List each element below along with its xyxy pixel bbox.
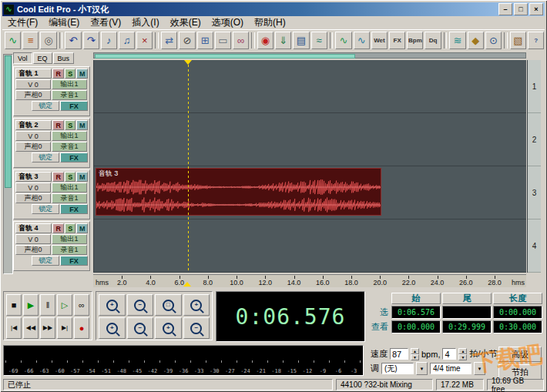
key-dropdown-arrow-icon[interactable]: ▼ bbox=[416, 362, 428, 375]
beats-down-button[interactable]: ▼ bbox=[458, 354, 467, 360]
help-button[interactable]: ? bbox=[528, 32, 544, 49]
play-to-end-button[interactable]: ▷ bbox=[57, 294, 72, 316]
stop-button[interactable]: ■ bbox=[6, 294, 22, 316]
scripts-button[interactable]: ≋ bbox=[449, 32, 465, 49]
undo-button[interactable]: ↶ bbox=[65, 32, 81, 49]
record-arm-button[interactable]: R bbox=[52, 223, 64, 233]
go-to-end-button[interactable]: ▶| bbox=[57, 317, 72, 339]
menu-item-3[interactable]: 查看(V) bbox=[85, 15, 126, 30]
split-block-button[interactable]: ⊘ bbox=[179, 32, 195, 49]
track-lane-3[interactable]: 音轨 3 bbox=[94, 166, 526, 219]
zoom-in-vertical-button[interactable]: + bbox=[183, 294, 210, 316]
track-record-device-button[interactable]: 录音1 bbox=[52, 90, 87, 100]
track-pan-button[interactable]: 声相0 bbox=[15, 142, 51, 152]
delete-block-button[interactable]: × bbox=[136, 32, 153, 49]
level-meter[interactable]: -69-66-63-60-57-54-51-48-45-42-39-36-33-… bbox=[3, 345, 364, 376]
mix-down-button[interactable]: ⇓ bbox=[275, 32, 291, 49]
tempo-down-button[interactable]: ▼ bbox=[411, 354, 419, 360]
tempo-up-button[interactable]: ▲ bbox=[411, 348, 419, 354]
track-lock-button[interactable]: 锁定 bbox=[32, 204, 59, 214]
mute-button[interactable]: M bbox=[76, 172, 88, 182]
edit-waveform-view-button[interactable]: ∿ bbox=[5, 32, 21, 49]
maximize-button[interactable]: □ bbox=[514, 3, 528, 15]
solo-button[interactable]: S bbox=[65, 69, 76, 79]
track-fx-button[interactable]: FX bbox=[60, 256, 88, 266]
track-lane-1[interactable] bbox=[94, 60, 526, 113]
close-button[interactable]: × bbox=[529, 3, 543, 15]
loop-play-button[interactable]: ∞ bbox=[74, 294, 89, 316]
session-clock-button[interactable]: ⊙ bbox=[485, 32, 502, 49]
track-record-device-button[interactable]: 录音1 bbox=[52, 245, 87, 255]
record-arm-button[interactable]: R bbox=[52, 172, 64, 182]
group-blocks-button[interactable]: ⊞ bbox=[197, 32, 213, 49]
block-properties-button[interactable]: ▭ bbox=[215, 32, 231, 49]
record-button[interactable]: ● bbox=[74, 317, 89, 339]
punch-in-button[interactable]: ◉ bbox=[257, 32, 274, 49]
track-lane-4[interactable] bbox=[94, 219, 526, 273]
convert-sample-type-button[interactable]: ⇄ bbox=[161, 32, 177, 49]
record-arm-button[interactable]: R bbox=[52, 69, 64, 79]
bpm-tool-button[interactable]: Bpm bbox=[407, 32, 423, 49]
mixer-window-button[interactable]: ▤ bbox=[293, 32, 309, 49]
track-record-device-button[interactable]: 录音1 bbox=[52, 193, 87, 203]
rewind-button[interactable]: ◀◀ bbox=[23, 317, 39, 339]
insert-wave-button[interactable]: ♪ bbox=[101, 32, 117, 49]
organizer-button[interactable]: ▧ bbox=[510, 32, 526, 49]
cd-project-view-button[interactable]: ◎ bbox=[40, 32, 56, 49]
go-to-start-button[interactable]: |◀ bbox=[6, 317, 22, 339]
track-record-device-button[interactable]: 录音1 bbox=[52, 142, 87, 152]
redo-button[interactable]: ↷ bbox=[83, 32, 99, 49]
track-name-button[interactable]: 音轨 1 bbox=[15, 69, 52, 79]
track-name-button[interactable]: 音轨 2 bbox=[15, 120, 52, 130]
advanced-button[interactable]: 高级 bbox=[498, 347, 542, 362]
zoom-selection-left-button[interactable]: − bbox=[127, 317, 154, 339]
time-signature-select[interactable]: 4/4 time bbox=[430, 363, 471, 374]
beats-up-button[interactable]: ▲ bbox=[458, 348, 467, 354]
tab-bus[interactable]: Bus bbox=[53, 52, 75, 64]
pan-envelope-button[interactable]: ∿ bbox=[354, 32, 370, 49]
track-lock-button[interactable]: 锁定 bbox=[32, 152, 59, 162]
mute-button[interactable]: M bbox=[76, 223, 88, 233]
timesig-dropdown-arrow-icon[interactable]: ▼ bbox=[474, 362, 485, 375]
tab-eq[interactable]: EQ bbox=[33, 52, 52, 64]
track-pan-button[interactable]: 声相0 bbox=[15, 90, 51, 100]
track-pan-button[interactable]: 声相0 bbox=[15, 245, 51, 255]
wet-dry-mix-button[interactable]: Wet bbox=[371, 32, 388, 49]
menu-item-2[interactable]: 编辑(E) bbox=[43, 15, 85, 30]
insert-midi-button[interactable]: ♫ bbox=[119, 32, 135, 49]
fast-forward-button[interactable]: ▶▶ bbox=[40, 317, 55, 339]
track-lock-button[interactable]: 锁定 bbox=[32, 256, 59, 266]
track-lock-button[interactable]: 锁定 bbox=[32, 101, 59, 111]
track-volume-button[interactable]: V 0 bbox=[15, 183, 51, 193]
tempo-value-input[interactable]: 87 bbox=[390, 348, 408, 360]
mute-button[interactable]: M bbox=[76, 120, 88, 130]
vertical-range-handle[interactable] bbox=[5, 55, 12, 188]
solo-button[interactable]: S bbox=[65, 120, 76, 130]
track-volume-button[interactable]: V 0 bbox=[15, 234, 51, 244]
track-fx-button[interactable]: FX bbox=[60, 204, 88, 214]
record-arm-button[interactable]: R bbox=[52, 120, 64, 130]
track-fx-button[interactable]: FX bbox=[60, 101, 88, 111]
track-name-button[interactable]: 音轨 4 bbox=[15, 223, 52, 233]
cue-list-button[interactable]: ◆ bbox=[468, 32, 484, 49]
menu-item-5[interactable]: 效果(E) bbox=[165, 15, 206, 30]
horizontal-range-handle[interactable] bbox=[95, 54, 355, 59]
tab-vol[interactable]: Vol bbox=[13, 52, 32, 64]
track-fx-button[interactable]: FX bbox=[60, 152, 88, 162]
multitrack-view-button[interactable]: ≡ bbox=[22, 32, 39, 49]
menu-item-7[interactable]: 帮助(H) bbox=[249, 15, 291, 30]
solo-button[interactable]: S bbox=[65, 223, 76, 233]
solo-button[interactable]: S bbox=[65, 172, 76, 182]
zoom-out-vertical-button[interactable]: − bbox=[183, 317, 210, 339]
zoom-full-button[interactable]: □ bbox=[155, 294, 182, 316]
fx-rack-button[interactable]: FX bbox=[389, 32, 405, 49]
key-select[interactable]: (无) bbox=[381, 363, 414, 374]
track-volume-button[interactable]: V 0 bbox=[15, 131, 51, 141]
loop-duplicate-button[interactable]: ∞ bbox=[233, 32, 249, 49]
zoom-to-selection-button[interactable]: + bbox=[99, 317, 126, 339]
zoom-out-horizontal-button[interactable]: − bbox=[127, 294, 154, 316]
beats-per-bar-input[interactable]: 4 bbox=[442, 348, 456, 360]
zoom-selection-right-button[interactable]: + bbox=[155, 317, 182, 339]
track-output-button[interactable]: 输出1 bbox=[52, 183, 87, 193]
mute-button[interactable]: M bbox=[76, 69, 88, 79]
